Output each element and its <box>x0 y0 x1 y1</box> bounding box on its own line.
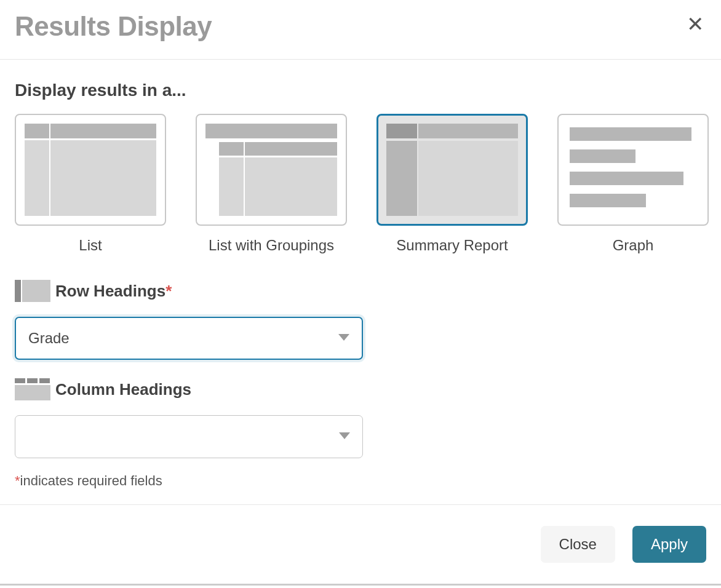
column-headings-icon <box>15 378 50 400</box>
row-headings-label: Row Headings* <box>55 282 172 301</box>
display-option-summary-report[interactable]: Summary Report <box>376 114 528 254</box>
modal-body: Display results in a... List <box>0 60 721 504</box>
svg-rect-3 <box>15 378 25 383</box>
column-headings-block: Column Headings <box>15 378 706 458</box>
row-headings-icon <box>15 280 50 302</box>
svg-rect-4 <box>27 378 38 383</box>
option-label-summary-report: Summary Report <box>396 237 508 254</box>
display-results-label: Display results in a... <box>15 81 706 100</box>
results-display-modal: Results Display ✕ Display results in a..… <box>0 0 721 586</box>
svg-marker-2 <box>338 334 349 341</box>
option-label-list: List <box>79 237 102 254</box>
display-option-list[interactable]: List <box>15 114 166 254</box>
required-fields-note: *indicates required fields <box>15 473 706 489</box>
svg-marker-7 <box>339 432 350 439</box>
summary-report-card-icon <box>376 114 528 226</box>
chevron-down-icon <box>338 333 349 344</box>
row-headings-block: Row Headings* Grade <box>15 280 706 360</box>
display-option-graph[interactable]: Graph <box>557 114 709 254</box>
close-icon[interactable]: ✕ <box>684 11 706 37</box>
option-label-list-groupings: List with Groupings <box>209 237 334 254</box>
list-groupings-card-icon <box>196 114 347 226</box>
display-option-list-groupings[interactable]: List with Groupings <box>196 114 347 254</box>
display-options-row: List List with Groupings <box>15 114 706 254</box>
row-headings-select[interactable]: Grade <box>15 317 363 360</box>
list-card-icon <box>15 114 166 226</box>
graph-card-icon <box>557 114 709 226</box>
svg-rect-6 <box>15 385 50 400</box>
column-headings-select[interactable] <box>15 415 363 458</box>
column-headings-label: Column Headings <box>55 380 191 399</box>
chevron-down-icon <box>339 431 350 442</box>
svg-rect-1 <box>22 280 50 302</box>
svg-rect-0 <box>15 280 21 302</box>
svg-rect-5 <box>39 378 50 383</box>
option-label-graph: Graph <box>613 237 654 254</box>
close-button[interactable]: Close <box>541 526 615 563</box>
apply-button[interactable]: Apply <box>632 526 706 563</box>
modal-header: Results Display ✕ <box>0 0 721 60</box>
modal-title: Results Display <box>15 11 212 42</box>
row-headings-value: Grade <box>28 330 70 347</box>
modal-footer: Close Apply <box>0 504 721 584</box>
